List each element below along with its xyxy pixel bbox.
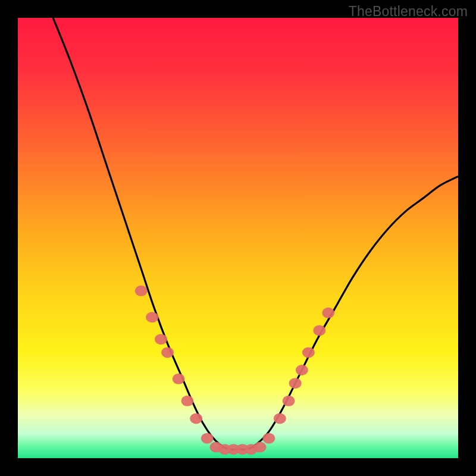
- highlight-dot: [283, 396, 295, 406]
- highlight-dot: [274, 413, 286, 424]
- highlight-dot: [322, 308, 334, 318]
- highlight-dots: [135, 286, 335, 455]
- bottleneck-curve: [53, 18, 458, 450]
- highlight-dot: [262, 433, 275, 444]
- highlight-dot: [155, 334, 167, 345]
- highlight-dot: [190, 413, 202, 424]
- highlight-dot: [289, 378, 302, 389]
- highlight-dot: [135, 286, 148, 296]
- highlight-dot: [313, 325, 325, 336]
- chart-frame: TheBottleneck.com: [0, 0, 476, 476]
- highlight-dot: [254, 442, 267, 453]
- highlight-dot: [181, 396, 193, 406]
- curve-layer: [18, 18, 458, 458]
- highlight-dot: [302, 347, 315, 358]
- highlight-dot: [296, 365, 308, 375]
- highlight-dot: [146, 312, 158, 322]
- highlight-dot: [173, 374, 185, 384]
- highlight-dot: [201, 433, 214, 444]
- highlight-dot: [161, 347, 174, 358]
- plot-area: [18, 18, 458, 458]
- watermark-text: TheBottleneck.com: [349, 4, 468, 20]
